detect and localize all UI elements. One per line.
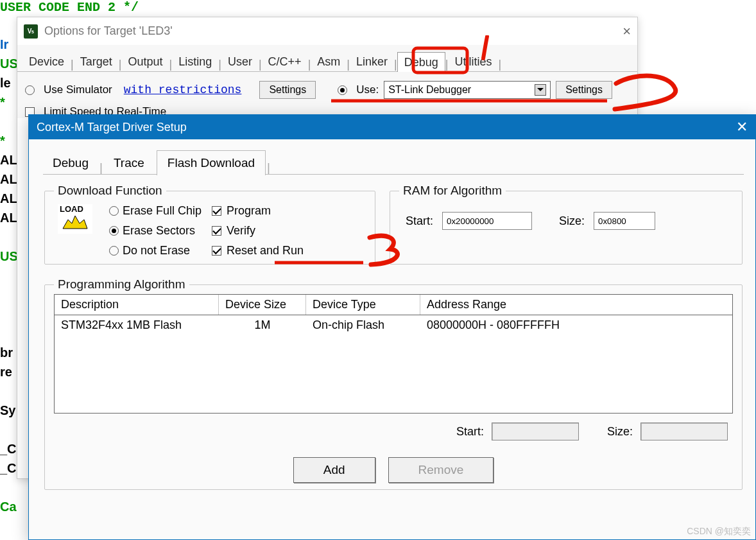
tab-output[interactable]: Output — [121, 53, 169, 71]
erase-sectors-radio[interactable]: Erase Sectors — [109, 224, 202, 238]
use-label: Use: — [356, 83, 379, 96]
remove-button[interactable]: Remove — [388, 457, 494, 483]
col-address-range[interactable]: Address Range — [420, 295, 732, 315]
tab-ccpp[interactable]: C/C++ — [262, 53, 308, 71]
add-button[interactable]: Add — [293, 457, 375, 483]
close-icon[interactable]: × — [623, 23, 631, 40]
alg-size-input[interactable] — [640, 422, 728, 440]
cortex-title-text: Cortex-M Target Driver Setup — [37, 121, 187, 134]
alg-start-label: Start: — [456, 425, 484, 439]
algorithm-table-header: Description Device Size Device Type Addr… — [55, 295, 732, 315]
do-not-erase-radio[interactable]: Do not Erase — [109, 244, 202, 257]
sim-settings-button[interactable]: Settings — [259, 81, 316, 99]
ram-start-input[interactable] — [442, 212, 532, 230]
options-tabstrip: Device| Target| Output| Listing| User| C… — [17, 45, 637, 72]
program-checkbox[interactable]: Program — [212, 204, 304, 218]
tab-utilities[interactable]: Utilities — [448, 53, 498, 71]
table-row[interactable]: STM32F4xx 1MB Flash 1M On-chip Flash 080… — [55, 315, 732, 336]
algorithm-table: Description Device Size Device Type Addr… — [54, 294, 733, 414]
alg-start-input[interactable] — [492, 422, 579, 440]
verify-checkbox[interactable]: Verify — [212, 224, 304, 238]
tab-target[interactable]: Target — [74, 53, 119, 71]
use-debugger-radio[interactable] — [338, 85, 347, 95]
target-options-icon: V₅ — [24, 24, 38, 39]
ram-size-input[interactable] — [594, 212, 655, 230]
watermark: CSDN @知奕奕 — [687, 526, 751, 537]
tab-asm[interactable]: Asm — [311, 53, 347, 71]
chevron-down-icon[interactable] — [535, 84, 546, 96]
tab-device[interactable]: Device — [22, 53, 71, 71]
cortex-window: Cortex-M Target Driver Setup ✕ Debug | T… — [28, 114, 756, 540]
subtab-trace[interactable]: Trace — [104, 152, 154, 175]
cortex-subtabs: Debug | Trace Flash Download | — [43, 150, 744, 175]
erase-full-chip-radio[interactable]: Erase Full Chip — [109, 204, 202, 218]
debugger-select[interactable]: ST-Link Debugger — [384, 81, 551, 99]
with-restrictions-link[interactable]: with restrictions — [124, 83, 242, 96]
ram-start-label: Start: — [406, 214, 433, 228]
alg-size-label: Size: — [607, 425, 633, 439]
options-titlebar: V₅ Options for Target 'LED3' × — [17, 17, 637, 45]
svg-text:LOAD: LOAD — [60, 204, 83, 214]
ram-for-algorithm-group: RAM for Algorithm Start: Size: — [390, 184, 743, 265]
use-simulator-label: Use Simulator — [44, 83, 112, 96]
cortex-titlebar: Cortex-M Target Driver Setup ✕ — [29, 115, 755, 139]
col-device-size[interactable]: Device Size — [219, 295, 306, 315]
debugger-settings-button[interactable]: Settings — [556, 81, 612, 99]
ram-size-label: Size: — [559, 214, 585, 228]
programming-algorithm-group: Programming Algorithm Description Device… — [44, 277, 743, 490]
options-title-text: Options for Target 'LED3' — [44, 24, 173, 38]
close-icon[interactable]: ✕ — [736, 119, 748, 135]
debugger-selected-text: ST-Link Debugger — [388, 84, 471, 96]
tab-listing[interactable]: Listing — [172, 53, 218, 71]
subtab-flash-download[interactable]: Flash Download — [157, 150, 266, 175]
subtab-debug[interactable]: Debug — [43, 152, 98, 175]
reset-and-run-checkbox[interactable]: Reset and Run — [212, 244, 304, 257]
tab-user[interactable]: User — [221, 53, 259, 71]
download-function-legend: Download Function — [54, 184, 166, 198]
tab-linker[interactable]: Linker — [350, 53, 394, 71]
col-description[interactable]: Description — [55, 295, 219, 315]
load-icon: LOAD — [58, 204, 92, 234]
tab-debug[interactable]: Debug — [397, 52, 445, 72]
col-device-type[interactable]: Device Type — [306, 295, 420, 315]
programming-algorithm-legend: Programming Algorithm — [54, 277, 189, 292]
use-simulator-radio[interactable] — [25, 85, 35, 95]
download-function-group: Download Function LOAD — [44, 184, 375, 265]
ram-for-algorithm-legend: RAM for Algorithm — [399, 184, 506, 198]
